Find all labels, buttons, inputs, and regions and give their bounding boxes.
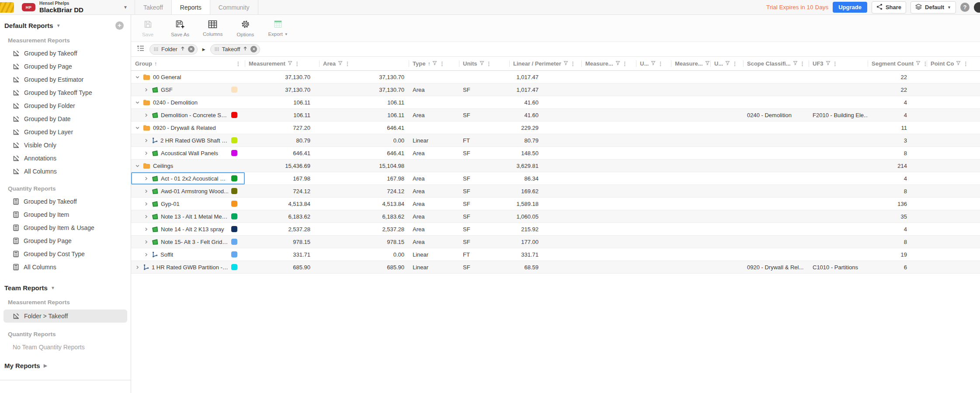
chevron-down-icon[interactable]: [135, 100, 140, 105]
chevron-right-icon[interactable]: [143, 87, 149, 92]
table-row[interactable]: 2 HR Rated GWB Shaft Wa...80.790.00Linea…: [131, 134, 980, 147]
filter-icon[interactable]: [563, 60, 568, 67]
column-header-m1[interactable]: Measure...⋮: [581, 57, 636, 70]
takeoff-color-chip[interactable]: [231, 87, 237, 93]
tab-community[interactable]: Community: [210, 0, 258, 14]
takeoff-color-chip[interactable]: [231, 188, 237, 194]
filter-icon[interactable]: [432, 60, 437, 67]
sidebar-item-grouped-by-layer[interactable]: Grouped by Layer: [0, 125, 131, 139]
sidebar-item-all-columns[interactable]: All Columns: [0, 165, 131, 178]
filter-icon[interactable]: [480, 60, 484, 67]
takeoff-color-chip[interactable]: [231, 137, 237, 143]
sidebar-item-grouped-by-item[interactable]: Grouped by Item: [0, 208, 131, 221]
column-header-type[interactable]: Type↑⋮: [409, 57, 459, 70]
column-header-m2[interactable]: Measure...⋮: [671, 57, 710, 70]
sidebar-item-all-columns[interactable]: All Columns: [0, 261, 131, 274]
sidebar-item-grouped-by-takeoff[interactable]: Grouped by Takeoff: [0, 47, 131, 60]
chevron-down-icon[interactable]: [135, 163, 140, 168]
column-header-segments[interactable]: Segment Count⋮: [868, 57, 927, 70]
project-caret-icon[interactable]: ▼: [123, 5, 128, 10]
group-cell[interactable]: 1 HR Rated GWB Partition - 10': [131, 261, 245, 273]
chevron-right-icon[interactable]: [143, 240, 149, 244]
filter-icon[interactable]: [615, 60, 620, 67]
column-menu-icon[interactable]: ⋮: [295, 61, 300, 67]
filter-icon[interactable]: [916, 60, 921, 67]
sidebar-item-grouped-by-page[interactable]: Grouped by Page: [0, 60, 131, 73]
sidebar-item-grouped-by-takeoff-type[interactable]: Grouped by Takeoff Type: [0, 86, 131, 99]
options-button[interactable]: Options: [236, 20, 255, 37]
table-row[interactable]: 0920 - Drywall & Related727.20646.41229.…: [131, 122, 980, 134]
group-cell[interactable]: Note 13 - Alt 1 Metal Mesh ...: [131, 210, 245, 223]
default-reports-header[interactable]: Default Reports ▼ +: [0, 21, 131, 30]
column-menu-icon[interactable]: ⋮: [236, 61, 241, 67]
sidebar-item-grouped-by-cost-type[interactable]: Grouped by Cost Type: [0, 247, 131, 261]
column-header-u1[interactable]: U...⋮: [636, 57, 671, 70]
chevron-right-icon[interactable]: [143, 176, 149, 181]
filter-icon[interactable]: [288, 60, 292, 67]
table-row[interactable]: Note 15- Alt 3 - Felt Grid C...978.15978…: [131, 236, 980, 248]
chevron-right-icon[interactable]: [143, 214, 149, 219]
column-menu-icon[interactable]: ⋮: [833, 61, 838, 67]
sidebar-item-grouped-by-page[interactable]: Grouped by Page: [0, 234, 131, 247]
help-button[interactable]: ?: [960, 3, 970, 12]
chevron-down-icon[interactable]: [135, 125, 140, 130]
sidebar-item-grouped-by-item-usage[interactable]: Grouped by Item & Usage: [0, 221, 131, 234]
group-cell[interactable]: 0240 - Demolition: [131, 96, 245, 108]
table-row[interactable]: Demolition - Concrete SOG106.11106.11Are…: [131, 109, 980, 122]
column-header-linear[interactable]: Linear / Perimeter⋮: [509, 57, 581, 70]
filter-icon[interactable]: [651, 60, 656, 67]
avatar[interactable]: [974, 2, 980, 13]
column-menu-icon[interactable]: ⋮: [658, 61, 663, 67]
column-menu-icon[interactable]: ⋮: [570, 61, 576, 67]
column-menu-icon[interactable]: ⋮: [487, 61, 492, 67]
group-cell[interactable]: Demolition - Concrete SOG: [131, 109, 245, 121]
sidebar-item-grouped-by-takeoff[interactable]: Grouped by Takeoff: [0, 195, 131, 208]
tab-reports[interactable]: Reports: [171, 0, 210, 14]
table-row[interactable]: Note 14 - Alt 2 K13 spray2,537.282,537.2…: [131, 223, 980, 236]
group-cell[interactable]: 00 General: [131, 71, 245, 83]
app-logo[interactable]: [0, 0, 20, 14]
table-row[interactable]: 1 HR Rated GWB Partition - 10'685.90685.…: [131, 261, 980, 274]
table-row[interactable]: Act - 01 2x2 Acoustical C...167.98167.98…: [131, 172, 980, 185]
takeoff-color-chip[interactable]: [231, 226, 237, 232]
group-cell[interactable]: Acoustical Wall Panels: [131, 147, 245, 159]
takeoff-color-chip[interactable]: [231, 213, 237, 219]
column-header-points[interactable]: Point Co⋮: [927, 57, 980, 70]
add-report-button[interactable]: +: [115, 21, 124, 30]
chevron-right-icon[interactable]: [143, 189, 149, 194]
sort-asc-icon[interactable]: ↑: [427, 61, 430, 67]
chevron-right-icon[interactable]: [135, 265, 140, 270]
column-header-group[interactable]: Group↑⋮: [131, 57, 245, 70]
chevron-right-icon[interactable]: [143, 113, 149, 118]
sidebar-item-visible-only[interactable]: Visible Only: [0, 139, 131, 152]
takeoff-color-chip[interactable]: [231, 264, 237, 270]
column-menu-icon[interactable]: ⋮: [800, 61, 805, 67]
group-cell[interactable]: 2 HR Rated GWB Shaft Wa...: [131, 134, 245, 146]
project-selector[interactable]: Hensel Phelps BlackBriar DD: [39, 0, 105, 14]
share-button[interactable]: Share: [872, 1, 906, 14]
column-menu-icon[interactable]: ⋮: [732, 61, 737, 67]
column-menu-icon[interactable]: ⋮: [345, 61, 350, 67]
table-row[interactable]: 0240 - Demolition106.11106.1141.604: [131, 96, 980, 109]
table-row[interactable]: GSF37,130.7037,130.70AreaSF1,017.4722: [131, 83, 980, 96]
column-menu-icon[interactable]: ⋮: [439, 61, 445, 67]
table-row[interactable]: Acoustical Wall Panels646.41646.41AreaSF…: [131, 147, 980, 160]
sidebar-item-grouped-by-folder[interactable]: Grouped by Folder: [0, 99, 131, 112]
sort-asc-icon[interactable]: ↑: [154, 61, 157, 67]
group-cell[interactable]: Note 14 - Alt 2 K13 spray: [131, 223, 245, 235]
table-row[interactable]: Gyp-014,513.844,513.84AreaSF1,589.18136: [131, 198, 980, 210]
table-row[interactable]: Note 13 - Alt 1 Metal Mesh ...6,183.626,…: [131, 210, 980, 223]
group-by-icon[interactable]: [137, 45, 145, 53]
group-cell[interactable]: 0920 - Drywall & Related: [131, 122, 245, 134]
table-row[interactable]: 00 General37,130.7037,130.701,017.4722: [131, 71, 980, 83]
column-header-u2[interactable]: U...⋮: [710, 57, 743, 70]
group-cell[interactable]: Note 15- Alt 3 - Felt Grid C...: [131, 236, 245, 248]
filter-icon[interactable]: [956, 60, 961, 67]
view-selector-button[interactable]: Default ▼: [910, 1, 956, 14]
takeoff-color-chip[interactable]: [231, 175, 237, 181]
table-row[interactable]: Soffit331.710.00LinearFT331.7119: [131, 248, 980, 261]
tab-takeoff[interactable]: Takeoff: [135, 0, 171, 14]
column-header-units[interactable]: Units⋮: [459, 57, 509, 70]
group-cell[interactable]: Ceilings: [131, 160, 245, 172]
group-cell[interactable]: Awd-01 Armstrong Wood...: [131, 185, 245, 197]
